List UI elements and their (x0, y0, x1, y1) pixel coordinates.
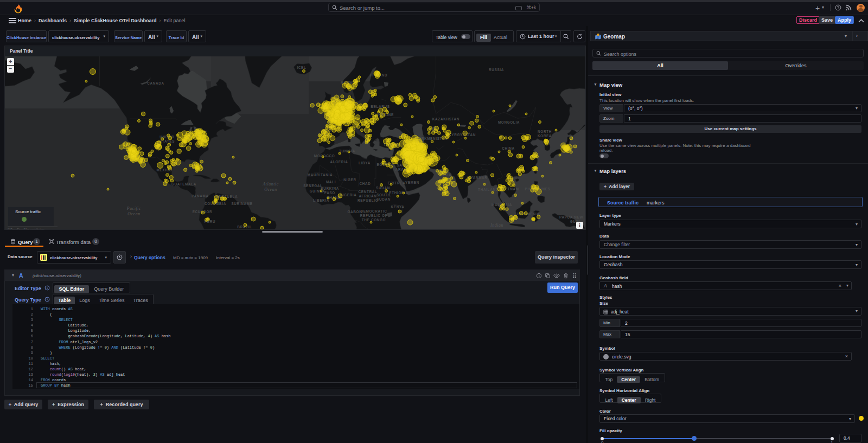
svg-text:YEMEN: YEMEN (405, 181, 419, 184)
svg-text:DEMOCRATIC: DEMOCRATIC (360, 209, 387, 213)
svg-text:THE CONGO: THE CONGO (362, 218, 386, 222)
svg-text:ETHIOPIA: ETHIOPIA (389, 191, 408, 195)
svg-text:KOREA: KOREA (538, 134, 552, 138)
svg-text:SENEGAL: SENEGAL (303, 184, 322, 188)
svg-text:LIBYA: LIBYA (359, 161, 371, 165)
svg-text:THAILAND: THAILAND (478, 188, 499, 191)
svg-text:TUNISIA: TUNISIA (339, 149, 355, 153)
svg-text:SURINAME: SURINAME (231, 202, 252, 206)
svg-text:Pacific: Pacific (126, 206, 141, 211)
svg-text:CENTRAL: CENTRAL (359, 190, 378, 194)
svg-text:LIBERIA: LIBERIA (313, 198, 329, 202)
svg-text:ICEL: ICEL (297, 66, 306, 69)
svg-text:Ocean: Ocean (264, 187, 277, 192)
svg-text:FASO: FASO (324, 191, 335, 195)
svg-text:MALI: MALI (326, 180, 336, 184)
svg-text:SUDAN: SUDAN (376, 197, 391, 201)
svg-text:PAPUA NEW: PAPUA NEW (559, 215, 583, 219)
svg-text:KENYA: KENYA (391, 205, 405, 209)
svg-text:Ocean: Ocean (127, 211, 140, 216)
svg-text:ALGERIA: ALGERIA (330, 160, 348, 164)
svg-text:Atlantic: Atlantic (262, 182, 279, 187)
svg-text:SUDAN: SUDAN (376, 186, 390, 190)
svg-text:PANAMA: PANAMA (192, 194, 208, 198)
svg-text:GUATEMALA: GUATEMALA (171, 182, 196, 186)
svg-text:SOUTH: SOUTH (376, 193, 391, 197)
svg-text:CANADA: CANADA (147, 81, 164, 85)
svg-text:BELARUS: BELARUS (371, 105, 390, 108)
svg-text:KYRGYZSTAN: KYRGYZSTAN (449, 133, 476, 137)
svg-text:KAZAKHSTAN: KAZAKHSTAN (432, 117, 459, 121)
svg-text:NORTH: NORTH (538, 130, 552, 133)
svg-text:NIGER: NIGER (343, 178, 356, 182)
svg-text:GUINEA: GUINEA (310, 189, 326, 193)
svg-text:MOROCCO: MOROCCO (314, 154, 335, 158)
svg-text:REPUBLIC OF: REPUBLIC OF (360, 214, 387, 217)
svg-text:MAURITANIA: MAURITANIA (308, 173, 333, 177)
svg-text:AFRICAN: AFRICAN (359, 194, 376, 198)
svg-text:RUSSIA: RUSSIA (489, 68, 504, 72)
svg-text:REPUBLIC: REPUBLIC (358, 198, 378, 202)
svg-text:CHAD: CHAD (360, 182, 371, 185)
svg-text:CHINA: CHINA (502, 146, 514, 150)
svg-text:Indian: Indian (490, 223, 503, 228)
svg-text:MONGOLIA: MONGOLIA (498, 120, 520, 124)
